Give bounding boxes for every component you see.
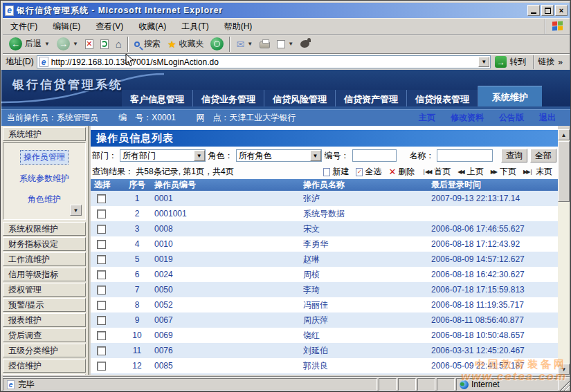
forward-icon: →	[57, 37, 70, 50]
search-companion-button[interactable]	[297, 39, 313, 49]
sidebar-section-system-maintenance[interactable]: 系统维护	[3, 127, 86, 141]
sidebar-item[interactable]: 系统权限维护	[3, 222, 86, 236]
print-button[interactable]	[256, 38, 273, 50]
sidebar-item[interactable]: 报表维护	[3, 313, 86, 327]
row-checkbox[interactable]	[97, 346, 106, 355]
sidebar-item[interactable]: 五级分类维护	[3, 344, 86, 357]
address-dropdown-icon[interactable]: ▼	[478, 57, 489, 67]
dept-dropdown-icon[interactable]: ▼	[194, 150, 205, 161]
table-row[interactable]: 40010李勇华2006-08-18 17:12:43.92	[91, 236, 558, 252]
scroll-up-icon[interactable]: ▲	[558, 129, 570, 140]
info-link[interactable]: 公告版	[499, 112, 524, 124]
row-checkbox[interactable]	[97, 362, 106, 371]
scroll-down-icon[interactable]: ▼	[558, 364, 570, 375]
home-button[interactable]: ⌂	[112, 37, 125, 50]
table-row[interactable]: 10001张泸2007-09-13 22:13:17.14	[91, 191, 558, 206]
select-all-button[interactable]: ✓ 全选	[356, 166, 381, 178]
go-button[interactable]: → 转到	[493, 55, 530, 68]
row-checkbox[interactable]	[97, 316, 106, 325]
row-checkbox[interactable]	[97, 301, 106, 310]
cell-operator-name: 周庆萍	[300, 315, 428, 326]
info-link[interactable]: 修改资料	[451, 112, 484, 124]
row-checkbox[interactable]	[97, 270, 106, 279]
last-page-button[interactable]: ▶▶❘ 末页	[523, 166, 552, 178]
address-url[interactable]: http://192.168.10.138:7001/sMLoginAction…	[51, 57, 476, 67]
first-page-button[interactable]: ❘◀◀ 首页	[422, 166, 451, 178]
sidebar-item[interactable]: 教学管理	[3, 374, 86, 375]
table-row[interactable]: 70050李琦2006-07-18 17:15:59.813	[91, 282, 558, 297]
row-checkbox[interactable]	[97, 225, 106, 234]
table-row[interactable]: 30008宋文2006-08-06 17:46:55.627	[91, 221, 558, 236]
sidebar-sub-item[interactable]: 系统参数维护	[17, 172, 72, 185]
menu-item[interactable]: 工具(T)	[174, 21, 216, 32]
search-button[interactable]: 搜索	[131, 37, 164, 51]
table-row[interactable]	[91, 373, 558, 375]
row-checkbox[interactable]	[97, 194, 106, 203]
table-row[interactable]: 110076刘延伯2006-03-31 12:45:20.467	[91, 343, 558, 358]
mail-button[interactable]: ✉ ▼	[233, 38, 256, 50]
mail-dropdown-icon[interactable]: ▼	[247, 41, 253, 47]
search-button-query[interactable]: 查询	[501, 149, 527, 162]
edit-dropdown-icon[interactable]: ▼	[288, 41, 293, 47]
role-dropdown-icon[interactable]: ▼	[310, 150, 321, 161]
forward-dropdown-icon[interactable]: ▼	[73, 41, 78, 47]
next-page-button[interactable]: ▶▶ 下页	[491, 166, 516, 178]
menu-item[interactable]: 编辑(E)	[45, 21, 88, 32]
stop-button[interactable]: ✕	[82, 38, 97, 50]
info-link[interactable]: 主页	[419, 112, 435, 124]
edit-button[interactable]: ▼	[273, 39, 297, 50]
history-button[interactable]	[207, 36, 227, 52]
new-button[interactable]: 新建	[323, 166, 349, 178]
sidebar-item[interactable]: 工作流维护	[3, 252, 86, 266]
vertical-scrollbar[interactable]: ▲ ▼	[558, 129, 570, 375]
sidebar-sub-item[interactable]: 角色维护	[25, 193, 64, 206]
forward-button[interactable]: → ▼	[53, 36, 82, 52]
maximize-button[interactable]	[541, 5, 554, 16]
table-row[interactable]: 20001001系统导数据	[91, 206, 558, 221]
print-icon	[260, 41, 270, 48]
table-row[interactable]: 60024周桢2006-08-18 16:42:30.627	[91, 267, 558, 282]
address-input[interactable]: http://192.168.10.138:7001/sMLoginAction…	[37, 55, 491, 68]
back-button[interactable]: ← 后退 ▼	[6, 36, 53, 52]
role-select[interactable]: 所有角色 ▼	[236, 149, 322, 162]
table-row[interactable]: 80052冯丽佳2006-08-18 11:19:35.717	[91, 297, 558, 312]
sidebar-item[interactable]: 财务指标设定	[3, 237, 86, 251]
prev-page-button[interactable]: ◀◀ 上页	[457, 166, 483, 178]
sidebar-item[interactable]: 授信维护	[3, 359, 86, 373]
show-all-button[interactable]: 全部	[530, 149, 556, 162]
sidebar-item[interactable]: 预警/提示	[3, 298, 86, 312]
nav-tab[interactable]: 系统维护	[478, 86, 542, 109]
refresh-button[interactable]	[97, 38, 112, 50]
row-checkbox[interactable]	[97, 209, 106, 218]
dept-select[interactable]: 所有部门 ▼	[120, 149, 206, 162]
sidebar-panel-dropdown-icon[interactable]: ▼	[70, 205, 82, 216]
table-row[interactable]: 90067周庆萍2006-08-11 08:56:40.877	[91, 312, 558, 328]
menu-item[interactable]: 文件(F)	[3, 21, 45, 32]
menu-item[interactable]: 收藏(A)	[131, 21, 174, 32]
code-input[interactable]	[352, 149, 397, 162]
delete-button[interactable]: ✕ 删除	[388, 166, 415, 178]
menu-item[interactable]: 帮助(H)	[217, 21, 260, 32]
row-checkbox[interactable]	[97, 331, 106, 340]
name-input[interactable]	[437, 149, 493, 162]
scrollbar-thumb[interactable]	[558, 141, 570, 202]
close-button[interactable]: ×	[555, 5, 568, 16]
cell-operator-name: 饶红	[300, 330, 428, 342]
table-row[interactable]: 50019赵琳2006-08-09 14:57:12.627	[91, 252, 558, 267]
minimize-button[interactable]	[527, 5, 540, 16]
links-button[interactable]: 链接 »	[533, 55, 567, 69]
table-row[interactable]: 120085郭洪良2006-05-09 22:41:57.187	[91, 358, 558, 373]
table-row[interactable]: 100069饶红2006-08-18 10:50:48.657	[91, 328, 558, 343]
sidebar-item[interactable]: 授权管理	[3, 283, 86, 297]
back-dropdown-icon[interactable]: ▼	[44, 41, 50, 47]
row-checkbox[interactable]	[97, 255, 106, 264]
sidebar-sub-item[interactable]: 操作员管理	[20, 150, 69, 165]
sidebar-item[interactable]: 贷后调查	[3, 328, 86, 342]
row-checkbox[interactable]	[97, 240, 106, 249]
info-link[interactable]: 退出	[539, 112, 556, 124]
sidebar-item[interactable]: 信用等级指标	[3, 268, 86, 281]
favorites-button[interactable]: ★ 收藏夹	[164, 37, 208, 51]
menu-item[interactable]: 查看(V)	[88, 21, 131, 32]
row-checkbox[interactable]	[97, 286, 106, 295]
resize-grip[interactable]	[560, 378, 570, 391]
